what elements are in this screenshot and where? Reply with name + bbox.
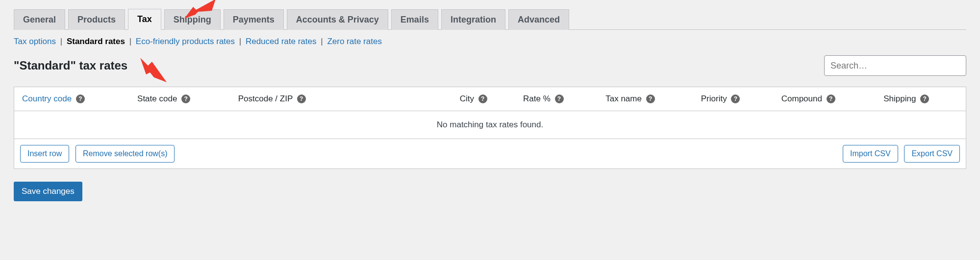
tab-tax[interactable]: Tax <box>128 9 161 30</box>
help-icon[interactable]: ? <box>731 95 740 103</box>
tab-payments[interactable]: Payments <box>224 9 284 30</box>
subnav-eco-friendly-rates[interactable]: Eco-friendly products rates <box>136 37 235 46</box>
empty-row-message: No matching tax rates found. <box>14 111 966 139</box>
col-city-label: City <box>460 94 474 103</box>
col-compound-label: Compound <box>781 94 822 103</box>
settings-tabs: General Products Tax Shipping Payments A… <box>14 0 966 30</box>
subnav-standard-rates[interactable]: Standard rates <box>67 37 125 46</box>
col-rate: Rate % ? <box>515 87 598 111</box>
tab-general[interactable]: General <box>14 9 65 30</box>
separator: | <box>239 37 241 46</box>
col-tax-name-label: Tax name <box>605 94 642 103</box>
search-input[interactable] <box>824 55 966 76</box>
separator: | <box>60 37 62 46</box>
remove-rows-button[interactable]: Remove selected row(s) <box>75 145 175 163</box>
subnav-tax-options[interactable]: Tax options <box>14 37 56 46</box>
tab-accounts-privacy[interactable]: Accounts & Privacy <box>287 9 388 30</box>
help-icon[interactable]: ? <box>827 95 835 103</box>
help-icon[interactable]: ? <box>297 95 306 103</box>
tab-products[interactable]: Products <box>68 9 125 30</box>
col-postcode: Postcode / ZIP ? <box>230 87 452 111</box>
col-tax-name: Tax name ? <box>598 87 693 111</box>
col-rate-label: Rate % <box>523 94 551 103</box>
col-compound: Compound ? <box>774 87 876 111</box>
tab-integration[interactable]: Integration <box>441 9 505 30</box>
col-country-code[interactable]: Country code ? <box>14 87 130 111</box>
col-shipping: Shipping ? <box>876 87 966 111</box>
subnav-zero-rate-rates[interactable]: Zero rate rates <box>327 37 382 46</box>
subnav-reduced-rate-rates[interactable]: Reduced rate rates <box>246 37 317 46</box>
col-city: City ? <box>452 87 515 111</box>
tab-advanced[interactable]: Advanced <box>508 9 569 30</box>
col-priority-label: Priority <box>701 94 727 103</box>
separator: | <box>129 37 131 46</box>
help-icon[interactable]: ? <box>646 95 655 103</box>
col-state-code-label: State code <box>137 94 177 103</box>
separator: | <box>321 37 323 46</box>
col-state-code: State code ? <box>129 87 230 111</box>
help-icon[interactable]: ? <box>76 95 85 103</box>
help-icon[interactable]: ? <box>181 95 190 103</box>
help-icon[interactable]: ? <box>555 95 564 103</box>
tab-shipping[interactable]: Shipping <box>164 9 221 30</box>
col-country-code-link[interactable]: Country code <box>22 94 72 103</box>
page-title: "Standard" tax rates <box>14 59 127 72</box>
export-csv-button[interactable]: Export CSV <box>904 145 960 163</box>
col-postcode-label: Postcode / ZIP <box>238 94 293 103</box>
tax-rates-table: Country code ? State code ? Postcode / Z… <box>14 87 966 169</box>
tab-emails[interactable]: Emails <box>391 9 438 30</box>
help-icon[interactable]: ? <box>920 95 929 103</box>
insert-row-button[interactable]: Insert row <box>20 145 69 163</box>
col-shipping-label: Shipping <box>883 94 916 103</box>
tax-subnav: Tax options | Standard rates | Eco-frien… <box>14 37 966 47</box>
import-csv-button[interactable]: Import CSV <box>843 145 898 163</box>
col-priority: Priority ? <box>693 87 774 111</box>
search-box <box>824 55 966 76</box>
help-icon[interactable]: ? <box>478 95 487 103</box>
save-button[interactable]: Save changes <box>14 182 82 201</box>
